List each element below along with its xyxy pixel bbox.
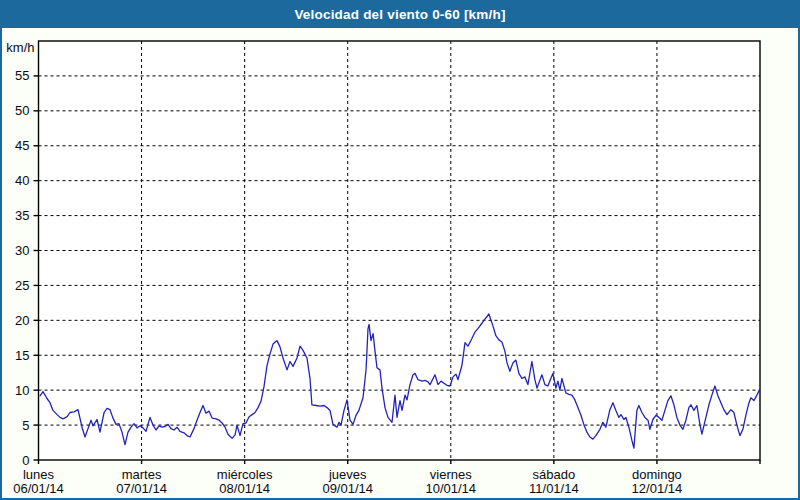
y-tick-label: 40 [15, 173, 29, 188]
x-axis-day-label: viernes [430, 467, 472, 482]
x-axis-date-label: 10/01/14 [425, 481, 476, 496]
x-axis-date-label: 12/01/14 [632, 481, 683, 496]
y-tick-label: 35 [15, 208, 29, 223]
x-axis-day-label: jueves [328, 467, 367, 482]
x-axis-day-label: martes [122, 467, 162, 482]
x-axis-day-label: sábado [533, 467, 576, 482]
wind-speed-chart: 0510152025303540455055km/hlunes06/01/14m… [2, 28, 798, 498]
y-tick-label: 55 [15, 68, 29, 83]
y-tick-label: 25 [15, 278, 29, 293]
chart-area: 0510152025303540455055km/hlunes06/01/14m… [2, 28, 798, 498]
x-axis-day-label: domingo [632, 467, 682, 482]
x-axis-date-label: 06/01/14 [13, 481, 64, 496]
x-axis-day-label: miércoles [217, 467, 273, 482]
y-tick-label: 10 [15, 383, 29, 398]
y-tick-label: 20 [15, 313, 29, 328]
x-axis-date-label: 09/01/14 [322, 481, 373, 496]
app-window: Velocidad del viento 0-60 [km/h] 0510152… [0, 0, 800, 500]
y-tick-label: 15 [15, 348, 29, 363]
y-tick-label: 5 [22, 418, 29, 433]
y-tick-label: 50 [15, 103, 29, 118]
y-tick-label: 45 [15, 138, 29, 153]
x-axis-date-label: 07/01/14 [116, 481, 167, 496]
y-axis-unit-label: km/h [6, 40, 34, 55]
y-tick-label: 0 [22, 453, 29, 468]
x-axis-date-label: 08/01/14 [219, 481, 270, 496]
title-bar: Velocidad del viento 0-60 [km/h] [2, 2, 798, 28]
window-title: Velocidad del viento 0-60 [km/h] [294, 7, 505, 22]
y-tick-label: 30 [15, 243, 29, 258]
x-axis-day-label: lunes [23, 467, 55, 482]
x-axis-date-label: 11/01/14 [529, 481, 579, 496]
